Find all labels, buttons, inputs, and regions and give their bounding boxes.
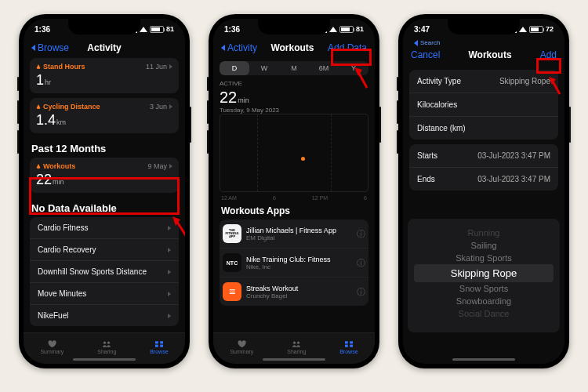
back-button[interactable]: Activity xyxy=(221,42,257,53)
list-item[interactable]: Cardio Recovery xyxy=(30,239,179,261)
card-cycling-distance[interactable]: Cycling Distance3 Jun 1.4km xyxy=(30,98,179,133)
seg-m[interactable]: M xyxy=(279,61,309,75)
time-range-segmented[interactable]: D W M 6M Y xyxy=(220,61,368,75)
picker-option[interactable]: Snowboarding xyxy=(408,295,560,307)
svg-rect-10 xyxy=(345,344,348,347)
tab-summary[interactable]: Summary xyxy=(230,340,253,354)
active-value: 22 xyxy=(220,89,237,106)
chevron-right-icon xyxy=(168,248,171,252)
card-workouts[interactable]: Workouts9 May 22min xyxy=(30,158,179,193)
nav-bar: Activity Workouts Add Data xyxy=(213,39,375,58)
chevron-right-icon xyxy=(168,292,171,296)
workouts-chart[interactable] xyxy=(220,114,368,192)
tab-browse[interactable]: Browse xyxy=(150,340,168,354)
app-row[interactable]: THEFITNESSAPP Jillian Michaels | Fitness… xyxy=(220,220,368,249)
phone-add-workout: 3:47 72 Search Cancel Workouts Add Activ… xyxy=(398,14,569,368)
battery-pct: 81 xyxy=(356,25,364,33)
tab-browse[interactable]: Browse xyxy=(339,340,358,354)
wifi-icon xyxy=(140,27,147,32)
svg-point-0 xyxy=(103,341,106,343)
chevron-right-icon xyxy=(169,64,172,69)
add-button[interactable]: Add xyxy=(540,49,557,60)
svg-rect-2 xyxy=(155,341,158,343)
battery-icon xyxy=(150,26,164,33)
info-icon[interactable]: ⓘ xyxy=(357,286,365,298)
section-workouts-apps: Workouts Apps xyxy=(220,201,368,220)
home-indicator[interactable] xyxy=(452,358,515,361)
picker-option[interactable]: Social Dance xyxy=(408,307,560,320)
chart-date: Tuesday, 9 May 2023 xyxy=(220,107,368,114)
section-past-12-months: Past 12 Months xyxy=(30,138,179,158)
picker-option[interactable]: Running xyxy=(408,227,560,239)
activity-type-picker[interactable]: Running Sailing Skating Sports Skipping … xyxy=(408,219,560,332)
row-distance[interactable]: Distance (km) xyxy=(409,117,558,140)
back-button[interactable]: Browse xyxy=(31,42,69,53)
seg-6m[interactable]: 6M xyxy=(309,61,339,75)
phone-activity: 1:36 81 Browse Activity Stand Hours11 Ju… xyxy=(19,14,190,368)
section-no-data: No Data Available xyxy=(30,198,179,217)
form-activity: Activity TypeSkipping Rope Kilocalories … xyxy=(409,70,558,140)
battery-icon xyxy=(529,26,543,33)
svg-point-1 xyxy=(107,341,110,343)
nav-bar: Cancel Workouts Add xyxy=(403,46,564,65)
home-indicator[interactable] xyxy=(73,358,136,361)
chevron-left-icon xyxy=(31,45,35,51)
tab-sharing[interactable]: Sharing xyxy=(97,340,116,354)
phone-workouts-detail: 1:36 81 Activity Workouts Add Data D W M… xyxy=(209,14,379,368)
page-title: Activity xyxy=(87,42,121,53)
row-starts[interactable]: Starts03-Jul-2023 3:47 PM xyxy=(409,144,558,168)
app-icon: NTC xyxy=(223,253,241,272)
page-title: Workouts xyxy=(270,42,314,53)
row-activity-type[interactable]: Activity TypeSkipping Rope xyxy=(409,70,558,93)
chart-datapoint xyxy=(301,157,305,161)
apps-list: THEFITNESSAPP Jillian Michaels | Fitness… xyxy=(220,220,368,306)
clock: 1:36 xyxy=(34,25,50,34)
nav-bar: Browse Activity xyxy=(24,39,185,58)
info-icon[interactable]: ⓘ xyxy=(357,228,365,240)
app-row[interactable]: NTC Nike Training Club: FitnessNike, Inc… xyxy=(220,249,368,278)
picker-option[interactable]: Skating Sports xyxy=(408,252,560,264)
svg-rect-9 xyxy=(350,341,353,343)
tab-summary[interactable]: Summary xyxy=(40,340,64,354)
seg-w[interactable]: W xyxy=(249,61,279,75)
svg-rect-5 xyxy=(160,344,163,347)
list-item[interactable]: Cardio Fitness xyxy=(30,217,179,239)
svg-point-6 xyxy=(293,341,296,343)
svg-rect-4 xyxy=(155,344,158,347)
clock: 3:47 xyxy=(414,25,430,34)
tab-sharing[interactable]: Sharing xyxy=(287,340,306,354)
picker-option[interactable]: Snow Sports xyxy=(408,282,560,295)
list-item[interactable]: NikeFuel xyxy=(30,305,179,326)
wifi-icon xyxy=(519,27,527,32)
svg-rect-11 xyxy=(350,344,353,347)
seg-d[interactable]: D xyxy=(220,61,249,75)
back-to-search[interactable]: Search xyxy=(403,39,564,46)
battery-icon xyxy=(339,26,354,33)
list-item[interactable]: Move Minutes xyxy=(30,283,179,305)
annotation-arrow-icon xyxy=(351,64,372,91)
chevron-right-icon xyxy=(168,314,171,318)
cancel-button[interactable]: Cancel xyxy=(411,49,440,60)
flame-icon xyxy=(36,104,41,109)
chevron-right-icon xyxy=(169,164,172,169)
annotation-arrow-icon xyxy=(169,213,185,240)
picker-option[interactable]: Sailing xyxy=(408,239,560,252)
page-title: Workouts xyxy=(468,49,511,60)
home-indicator[interactable] xyxy=(263,358,325,361)
row-ends[interactable]: Ends03-Jul-2023 3:47 PM xyxy=(409,168,558,191)
app-row[interactable]: ≡ Streaks WorkoutCrunchy Bagel ⓘ xyxy=(220,278,368,306)
battery-pct: 72 xyxy=(546,25,554,33)
form-time: Starts03-Jul-2023 3:47 PM Ends03-Jul-202… xyxy=(409,144,558,191)
chart-x-axis: 12 AM612 PM6 xyxy=(220,195,368,201)
row-kilocalories[interactable]: Kilocalories xyxy=(409,93,558,117)
chevron-left-icon xyxy=(414,40,418,46)
wifi-icon xyxy=(329,27,337,32)
clock: 1:36 xyxy=(224,25,240,34)
info-icon[interactable]: ⓘ xyxy=(357,257,365,269)
list-item[interactable]: Downhill Snow Sports Distance xyxy=(30,261,179,283)
card-stand-hours[interactable]: Stand Hours11 Jun 1hr xyxy=(30,58,179,93)
picker-option-selected[interactable]: Skipping Rope xyxy=(414,264,554,282)
svg-point-7 xyxy=(297,341,299,343)
chevron-left-icon xyxy=(221,45,225,51)
add-data-button[interactable]: Add Data xyxy=(328,42,367,53)
